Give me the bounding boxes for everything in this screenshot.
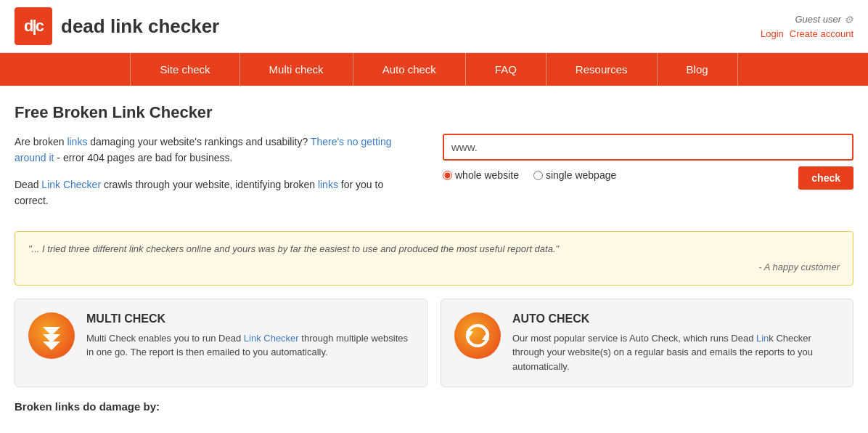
nav-resources[interactable]: Resources: [546, 53, 658, 86]
feature-cards: MULTI CHECK Multi Check enables you to r…: [15, 299, 853, 388]
nav-auto-check[interactable]: Auto check: [353, 53, 466, 86]
multi-check-title: MULTI CHECK: [86, 312, 414, 325]
main-nav: Site check Multi check Auto check FAQ Re…: [0, 53, 868, 86]
site-logo: d|c: [15, 7, 52, 45]
radio-group: whole website single webpage: [443, 169, 616, 181]
multi-check-desc: Multi Check enables you to run Dead Link…: [86, 331, 414, 360]
header-left: d|c dead link checker: [15, 7, 219, 45]
broken-links-title: Broken links do damage by:: [15, 400, 853, 413]
url-check-section: whole website single webpage check: [443, 134, 853, 219]
nav-multi-check[interactable]: Multi check: [240, 53, 353, 86]
url-input[interactable]: [443, 134, 853, 161]
guest-user-label: Guest user ⚙: [761, 14, 853, 25]
create-account-link[interactable]: Create account: [790, 28, 853, 39]
multi-check-link[interactable]: Link Checker: [244, 333, 299, 344]
check-button[interactable]: check: [798, 166, 853, 190]
intro-paragraph-2: Dead Link Checker crawls through your we…: [15, 177, 414, 209]
page-title: Free Broken Link Checker: [15, 103, 853, 122]
intro-paragraph-1: Are broken links damaging your website's…: [15, 134, 414, 166]
intro-section: Are broken links damaging your website's…: [15, 134, 414, 219]
auto-check-icon: [454, 312, 501, 359]
radio-single-webpage[interactable]: single webpage: [533, 169, 616, 181]
feature-card-multi-check: MULTI CHECK Multi Check enables you to r…: [15, 299, 427, 388]
testimonial-text: "... I tried three different link checke…: [28, 243, 559, 254]
radio-whole-website[interactable]: whole website: [443, 169, 519, 181]
nav-blog[interactable]: Blog: [658, 53, 738, 86]
multi-check-content: MULTI CHECK Multi Check enables you to r…: [86, 312, 414, 360]
auto-check-content: AUTO CHECK Our most popular service is A…: [512, 312, 840, 374]
links-link-2[interactable]: links: [318, 179, 338, 190]
radio-whole-website-input[interactable]: [443, 171, 452, 180]
gear-icon[interactable]: ⚙: [844, 14, 853, 25]
links-link-1[interactable]: links: [67, 136, 87, 147]
nav-site-check[interactable]: Site check: [130, 53, 239, 86]
content-layout: Are broken links damaging your website's…: [15, 134, 853, 219]
nav-faq[interactable]: FAQ: [466, 53, 546, 86]
auth-links: Login Create account: [761, 28, 853, 39]
svg-marker-2: [43, 341, 60, 350]
auto-check-title: AUTO CHECK: [512, 312, 840, 325]
site-header: d|c dead link checker Guest user ⚙ Login…: [0, 0, 868, 53]
site-title: dead link checker: [61, 15, 219, 38]
auto-check-link[interactable]: Lin: [756, 333, 769, 344]
login-link[interactable]: Login: [761, 28, 784, 39]
auto-check-desc: Our most popular service is Auto Check, …: [512, 331, 840, 374]
radio-single-webpage-input[interactable]: [533, 171, 543, 180]
multi-check-icon: [28, 312, 75, 359]
header-right: Guest user ⚙ Login Create account: [761, 14, 853, 39]
testimonial-box: "... I tried three different link checke…: [15, 231, 853, 286]
link-checker-link[interactable]: Link Checker: [41, 179, 101, 190]
main-content: Free Broken Link Checker Are broken link…: [0, 86, 868, 427]
feature-card-auto-check: AUTO CHECK Our most popular service is A…: [441, 299, 853, 388]
testimonial-author: - A happy customer: [28, 260, 840, 275]
